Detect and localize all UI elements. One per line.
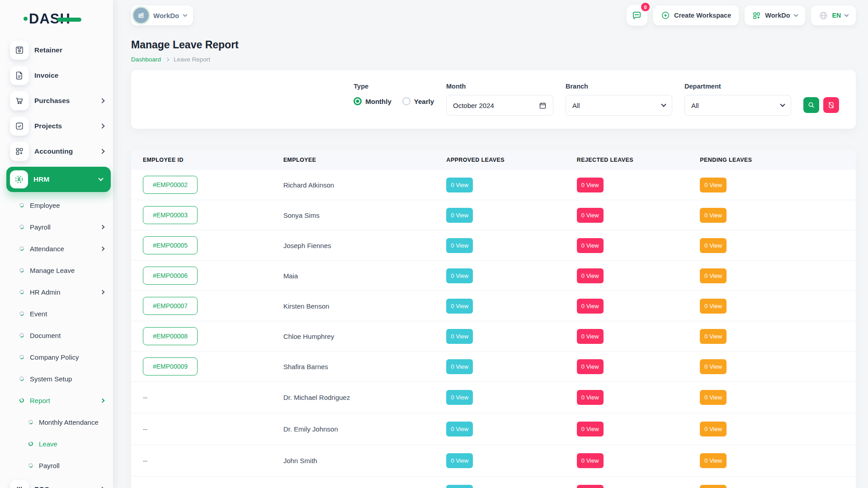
reset-filter-button[interactable] xyxy=(823,97,839,113)
rejected-leaves-view-badge[interactable]: 0 View xyxy=(577,422,604,436)
logo-dash-icon xyxy=(57,18,81,22)
pending-leaves-view-badge[interactable]: 0 View xyxy=(700,453,726,468)
sidebar-subitem-system-setup[interactable]: System Setup xyxy=(10,371,113,386)
brand-logo[interactable]: DASH xyxy=(0,0,113,26)
employee-id-chip[interactable]: #EMP00009 xyxy=(143,357,198,375)
sidebar-subitem-attendance[interactable]: Attendance xyxy=(10,241,113,256)
employee-id-chip[interactable]: #EMP00003 xyxy=(143,206,198,224)
table-row: --Dr. Michael Rodriguez0 View0 View0 Vie… xyxy=(131,382,856,413)
department-label: Department xyxy=(684,83,791,90)
sidebar-subitem-leave[interactable]: Leave xyxy=(10,436,113,451)
pending-leaves-view-badge[interactable]: 0 View xyxy=(700,299,726,314)
grid-plus-icon xyxy=(10,142,29,161)
employee-id-chip[interactable]: #EMP00005 xyxy=(143,236,198,254)
rejected-leaves-view-badge[interactable]: 0 View xyxy=(577,390,604,405)
employee-id-chip[interactable]: #EMP00007 xyxy=(143,297,198,315)
sidebar-subitem-label: Company Policy xyxy=(30,353,79,361)
sidebar-subitem-label: Monthly Attendance xyxy=(39,418,99,426)
type-label: Type xyxy=(354,83,434,90)
pending-leaves-view-badge[interactable]: 0 View xyxy=(700,390,726,405)
col-pending-leaves: PENDING LEAVES xyxy=(700,150,856,170)
rejected-leaves-view-badge[interactable]: 0 View xyxy=(577,299,604,314)
approved-leaves-view-badge[interactable]: 0 View xyxy=(446,208,473,223)
breadcrumb-dashboard-link[interactable]: Dashboard xyxy=(131,56,161,63)
employee-id-chip[interactable]: #EMP00002 xyxy=(143,176,198,194)
rejected-leaves-view-badge[interactable]: 0 View xyxy=(577,359,604,374)
sidebar-subitem-monthly-attendance[interactable]: Monthly Attendance xyxy=(10,414,113,430)
pending-leaves-view-badge[interactable]: 0 View xyxy=(700,178,726,192)
sidebar-subitem-hr-admin[interactable]: HR Admin xyxy=(10,284,113,300)
sidebar-item-label: Retainer xyxy=(34,46,62,54)
rejected-leaves-view-badge[interactable]: 0 View xyxy=(577,329,604,344)
hrm-person-circle-icon xyxy=(10,170,28,188)
pending-leaves-view-badge[interactable]: 0 View xyxy=(700,359,726,374)
sidebar-subitem-event[interactable]: Event xyxy=(10,306,113,321)
sidebar-subitem-payroll[interactable]: Payroll xyxy=(10,219,113,235)
topbar-actions: 0 Create Workspace WorkDo xyxy=(627,5,856,26)
table-row: --John Smith0 View0 View0 View xyxy=(131,445,856,477)
create-workspace-button[interactable]: Create Workspace xyxy=(653,5,739,25)
approved-leaves-view-badge[interactable]: 0 View xyxy=(446,359,473,374)
approved-leaves-view-badge[interactable]: 0 View xyxy=(446,329,473,344)
employee-name: Joseph Fiennes xyxy=(283,230,447,261)
chevron-right-icon xyxy=(99,123,104,128)
department-select[interactable]: All xyxy=(684,95,791,116)
rejected-leaves-view-badge[interactable]: 0 View xyxy=(577,178,604,192)
workspace-selector[interactable]: WorkDo xyxy=(131,5,193,25)
language-selector[interactable]: EN xyxy=(811,5,856,25)
employee-name: Emily Davis xyxy=(283,477,447,488)
branch-select[interactable]: All xyxy=(566,95,672,116)
approved-leaves-view-badge[interactable]: 0 View xyxy=(446,422,473,436)
approved-leaves-view-badge[interactable]: 0 View xyxy=(446,453,473,468)
branch-filter-group: Branch All xyxy=(566,83,672,129)
radio-monthly[interactable]: Monthly xyxy=(354,97,392,105)
approved-leaves-view-badge[interactable]: 0 View xyxy=(446,485,473,488)
employee-id-chip[interactable]: #EMP00006 xyxy=(143,267,198,285)
pending-leaves-view-badge[interactable]: 0 View xyxy=(700,329,726,344)
month-input[interactable]: October 2024 xyxy=(446,95,553,116)
branch-value: All xyxy=(572,102,580,109)
sidebar-subitem-document[interactable]: Document xyxy=(10,328,113,343)
chevron-right-icon xyxy=(100,398,105,403)
rejected-leaves-view-badge[interactable]: 0 View xyxy=(577,238,604,253)
table-row: #EMP00002Richard Atkinson0 View0 View0 V… xyxy=(131,170,856,200)
pending-leaves-view-badge[interactable]: 0 View xyxy=(700,485,726,488)
pending-leaves-view-badge[interactable]: 0 View xyxy=(700,268,726,283)
approved-leaves-view-badge[interactable]: 0 View xyxy=(446,299,473,314)
approved-leaves-view-badge[interactable]: 0 View xyxy=(446,268,473,283)
sidebar-item-invoice[interactable]: Invoice xyxy=(10,66,113,85)
sidebar-subitem-employee[interactable]: Employee xyxy=(10,197,113,213)
rejected-leaves-view-badge[interactable]: 0 View xyxy=(577,208,604,223)
sidebar-item-hrm[interactable]: HRM xyxy=(6,167,111,192)
sidebar-item-pos[interactable]: POS xyxy=(10,479,113,488)
approved-leaves-view-badge[interactable]: 0 View xyxy=(446,390,473,405)
rejected-leaves-view-badge[interactable]: 0 View xyxy=(577,453,604,468)
sidebar-item-purchases[interactable]: Purchases xyxy=(10,91,113,111)
sidebar-subitem-payroll[interactable]: Payroll xyxy=(10,458,113,473)
sidebar-subitem-label: Report xyxy=(30,397,50,404)
pending-leaves-view-badge[interactable]: 0 View xyxy=(700,422,726,436)
employee-name: Dr. Michael Rodriguez xyxy=(283,382,447,413)
pending-leaves-view-badge[interactable]: 0 View xyxy=(700,208,726,223)
sidebar-subitem-manage-leave[interactable]: Manage Leave xyxy=(10,263,113,278)
workdo-menu-button[interactable]: WorkDo xyxy=(745,5,805,25)
rejected-leaves-view-badge[interactable]: 0 View xyxy=(577,268,604,283)
employee-id-chip[interactable]: #EMP00008 xyxy=(143,327,198,345)
messages-button[interactable]: 0 xyxy=(627,5,647,26)
approved-leaves-view-badge[interactable]: 0 View xyxy=(446,238,473,253)
sidebar-item-projects[interactable]: Projects xyxy=(10,116,113,136)
clear-filter-icon xyxy=(827,101,835,109)
pending-leaves-view-badge[interactable]: 0 View xyxy=(700,238,726,253)
rejected-leaves-view-badge[interactable]: 0 View xyxy=(577,485,604,488)
approved-leaves-view-badge[interactable]: 0 View xyxy=(446,178,473,192)
sidebar-item-retainer[interactable]: Retainer xyxy=(10,40,113,60)
hrm-submenu: EmployeePayrollAttendanceManage LeaveHR … xyxy=(10,197,113,473)
sidebar-subitem-report[interactable]: Report xyxy=(10,393,113,408)
chevron-down-icon xyxy=(780,102,785,107)
radio-yearly[interactable]: Yearly xyxy=(402,97,434,105)
table-row: #EMP00007Kirsten Benson0 View0 View0 Vie… xyxy=(131,291,856,321)
search-button[interactable] xyxy=(803,97,819,113)
sidebar-item-accounting[interactable]: Accounting xyxy=(10,141,113,161)
sidebar-subitem-company-policy[interactable]: Company Policy xyxy=(10,349,113,365)
calendar-icon xyxy=(539,102,547,109)
